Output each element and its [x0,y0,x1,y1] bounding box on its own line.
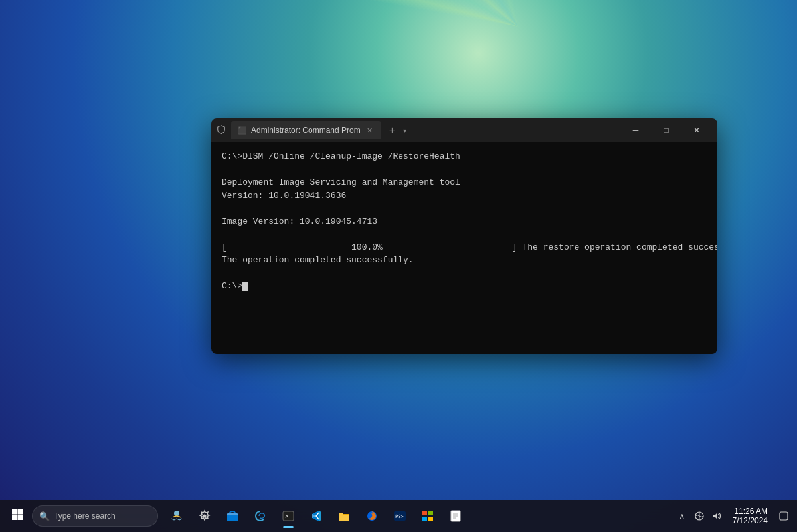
taskbar-app-terminal[interactable]: >_ [275,503,302,529]
clock-time: 11:26 AM [734,507,768,516]
cmd-tab-label: Administrator: Command Prom [251,126,361,135]
svg-rect-17 [422,517,427,521]
tray-volume-icon[interactable] [709,508,725,524]
svg-point-4 [174,511,179,516]
cmd-tab[interactable]: ⬛ Administrator: Command Prom ✕ [231,121,381,139]
svg-text:PS>: PS> [395,514,404,519]
new-tab-button[interactable]: + [385,124,399,136]
svg-point-5 [203,515,207,518]
svg-rect-18 [428,517,433,521]
svg-rect-16 [428,511,433,515]
taskbar-app-firefox[interactable] [359,503,385,529]
taskbar-app-powershell[interactable]: PS> [387,503,413,529]
cmd-tab-icon: ⬛ [238,126,247,135]
taskbar-app-settings[interactable] [191,503,218,529]
cmd-line-1: C:\>DISM /Online /Cleanup-Image /Restore… [222,150,707,163]
cmd-prompt-active[interactable]: C:\> [222,280,707,293]
taskbar-app-notepad[interactable] [442,503,469,529]
cmd-line-6: Image Version: 10.0.19045.4713 [222,215,707,228]
svg-rect-7 [227,513,238,515]
taskbar-app-explorer[interactable] [331,503,357,529]
maximize-button[interactable]: □ [651,120,681,141]
svg-rect-2 [12,515,17,520]
clock-date: 7/12/2024 [733,516,768,525]
cmd-line-4: Version: 10.0.19041.3636 [222,189,707,203]
svg-rect-6 [227,515,238,521]
clock-area[interactable]: 11:26 AM 7/12/2024 [727,505,773,527]
taskbar-search[interactable]: 🔍 Type here search [32,505,158,527]
taskbar-app-store[interactable] [219,503,246,529]
svg-rect-11 [339,514,343,516]
taskbar-app-vscode[interactable] [303,503,329,529]
desktop: ⬛ Administrator: Command Prom ✕ + ▾ ─ □ … [0,0,797,532]
shield-icon [217,125,227,135]
svg-rect-0 [12,509,17,515]
notification-button[interactable] [776,508,792,524]
search-icon: 🔍 [39,511,50,521]
cmd-titlebar: ⬛ Administrator: Command Prom ✕ + ▾ ─ □ … [211,118,717,142]
cmd-line-3: Deployment Image Servicing and Managemen… [222,176,707,189]
cmd-line-9: The operation completed successfully. [222,254,707,267]
start-icon [11,509,23,524]
svg-rect-15 [422,511,427,515]
titlebar-left: ⬛ Administrator: Command Prom ✕ + ▾ [217,121,406,139]
tab-dropdown-button[interactable]: ▾ [403,127,406,134]
cmd-output-area[interactable]: C:\>DISM /Online /Cleanup-Image /Restore… [211,142,717,354]
svg-rect-25 [780,512,788,520]
tab-close-button[interactable]: ✕ [365,126,375,135]
taskbar-app-edge[interactable] [247,503,274,529]
cmd-prompt-text: C:\> [222,280,242,293]
cmd-line-5 [222,202,707,215]
start-button[interactable] [5,504,29,528]
taskbar-pinned-apps: >_ [163,503,469,529]
cmd-line-10 [222,267,707,280]
tray-show-hidden[interactable]: ∧ [674,508,690,524]
svg-rect-3 [18,515,23,520]
close-button[interactable]: ✕ [681,120,712,141]
taskbar-right: ∧ 11:26 AM [674,505,792,527]
cmd-line-8: [========================100.0%=========… [222,241,707,254]
cmd-line-2 [222,163,707,177]
minimize-button[interactable]: ─ [620,120,651,141]
cmd-window[interactable]: ⬛ Administrator: Command Prom ✕ + ▾ ─ □ … [211,118,717,354]
taskbar-app-widgets[interactable] [163,503,190,529]
svg-text:>_: >_ [285,513,292,519]
tray-icons: ∧ [674,508,725,524]
window-controls: ─ □ ✕ [620,120,712,141]
taskbar: 🔍 Type here search [0,500,797,532]
cmd-cursor [242,282,248,291]
svg-rect-1 [18,509,23,515]
taskbar-app-winstore[interactable] [414,503,441,529]
search-label: Type here search [54,511,116,521]
cmd-line-7 [222,228,707,241]
tray-network-icon[interactable] [691,508,707,524]
